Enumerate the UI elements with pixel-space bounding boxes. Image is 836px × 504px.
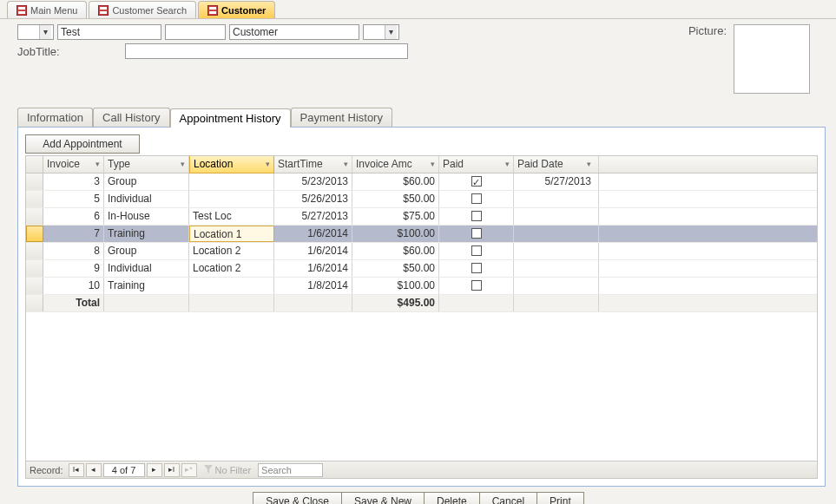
cell-paid[interactable] — [439, 208, 514, 225]
row-selector[interactable] — [26, 208, 43, 225]
cell-paid[interactable] — [439, 243, 514, 259]
table-row[interactable]: 6In-HouseTest Loc5/27/2013$75.00 — [26, 208, 817, 226]
table-row[interactable]: 7TrainingLocation 11/6/2014$100.00 — [26, 226, 817, 243]
middle-name-input[interactable] — [165, 24, 226, 40]
row-selector[interactable] — [26, 226, 43, 242]
checkbox-icon[interactable] — [471, 228, 482, 239]
col-header-type[interactable]: Type▾ — [104, 156, 189, 173]
nav-last-button[interactable]: ▸I — [164, 463, 180, 477]
save-new-button[interactable]: Save & New — [341, 492, 425, 504]
cell-invoice[interactable]: 7 — [43, 226, 104, 242]
cell-location[interactable]: Location 2 — [189, 260, 274, 277]
tab-information[interactable]: Information — [17, 108, 93, 127]
cancel-button[interactable]: Cancel — [479, 492, 537, 504]
checkbox-icon[interactable] — [471, 176, 482, 187]
title-prefix-combo[interactable] — [17, 24, 54, 40]
cell-paid[interactable] — [439, 191, 514, 207]
cell-starttime[interactable]: 1/6/2014 — [274, 260, 352, 277]
cell-amount[interactable]: $50.00 — [352, 191, 439, 207]
cell-type[interactable]: Training — [104, 226, 189, 242]
row-selector[interactable] — [26, 260, 43, 277]
table-row[interactable]: 9IndividualLocation 21/6/2014$50.00 — [26, 260, 817, 278]
window-tab-main-menu[interactable]: Main Menu — [7, 1, 87, 18]
cell-starttime[interactable]: 1/8/2014 — [274, 278, 352, 294]
picture-box[interactable] — [734, 24, 810, 94]
grid-search-input[interactable]: Search — [258, 463, 323, 477]
tab-call-history[interactable]: Call History — [93, 108, 169, 127]
table-row[interactable]: 8GroupLocation 21/6/2014$60.00 — [26, 243, 817, 260]
jobtitle-input[interactable] — [125, 43, 408, 59]
cell-type[interactable]: Group — [104, 243, 189, 259]
cell-type[interactable]: Individual — [104, 191, 189, 207]
no-filter-indicator[interactable]: No Filter — [204, 465, 252, 475]
cell-paid[interactable] — [439, 173, 514, 190]
cell-paid[interactable] — [439, 260, 514, 277]
checkbox-icon[interactable] — [471, 280, 482, 291]
cell-amount[interactable]: $100.00 — [352, 278, 439, 294]
cell-amount[interactable]: $50.00 — [352, 260, 439, 277]
cell-amount[interactable]: $100.00 — [352, 226, 439, 242]
cell-paid-date[interactable] — [514, 260, 599, 277]
print-button[interactable]: Print — [536, 492, 584, 504]
cell-location[interactable]: Test Loc — [189, 208, 274, 225]
cell-amount[interactable]: $60.00 — [352, 173, 439, 190]
cell-paid-date[interactable] — [514, 208, 599, 225]
table-row[interactable]: 5Individual5/26/2013$50.00 — [26, 191, 817, 208]
row-selector[interactable] — [26, 243, 43, 259]
cell-paid-date[interactable] — [514, 278, 599, 294]
cell-type[interactable]: Training — [104, 278, 189, 294]
cell-location[interactable] — [189, 278, 274, 294]
cell-starttime[interactable]: 5/23/2013 — [274, 173, 352, 190]
cell-type[interactable]: Group — [104, 173, 189, 190]
cell-starttime[interactable]: 5/27/2013 — [274, 208, 352, 225]
cell-paid-date[interactable] — [514, 226, 599, 242]
table-row[interactable]: 3Group5/23/2013$60.005/27/2013 — [26, 173, 817, 191]
col-header-invoice-amt[interactable]: Invoice Amc▾ — [352, 156, 439, 173]
cell-type[interactable]: Individual — [104, 260, 189, 277]
checkbox-icon[interactable] — [471, 263, 482, 273]
tab-appointment-history[interactable]: Appointment History — [170, 108, 291, 128]
cell-paid[interactable] — [439, 226, 514, 242]
cell-invoice[interactable]: 5 — [43, 191, 104, 207]
col-header-invoice[interactable]: Invoice▾ — [43, 156, 104, 173]
cell-invoice[interactable]: 3 — [43, 173, 104, 190]
cell-amount[interactable]: $60.00 — [352, 243, 439, 259]
window-tab-customer-search[interactable]: Customer Search — [89, 1, 196, 18]
cell-starttime[interactable]: 5/26/2013 — [274, 191, 352, 207]
row-selector[interactable] — [26, 278, 43, 294]
select-all-corner[interactable] — [26, 156, 43, 173]
cell-invoice[interactable]: 10 — [43, 278, 104, 294]
col-header-paid[interactable]: Paid▾ — [439, 156, 514, 173]
last-name-input[interactable]: Customer — [229, 24, 359, 40]
record-position[interactable]: 4 of 7 — [103, 463, 145, 477]
first-name-input[interactable]: Test — [57, 24, 161, 40]
cell-amount[interactable]: $75.00 — [352, 208, 439, 225]
cell-paid[interactable] — [439, 278, 514, 294]
cell-paid-date[interactable]: 5/27/2013 — [514, 173, 599, 190]
window-tab-customer[interactable]: Customer — [198, 1, 275, 18]
cell-invoice[interactable]: 9 — [43, 260, 104, 277]
nav-first-button[interactable]: I◂ — [69, 463, 84, 477]
cell-paid-date[interactable] — [514, 243, 599, 259]
nav-next-button[interactable]: ▸ — [147, 463, 162, 477]
table-row[interactable]: 10Training1/8/2014$100.00 — [26, 278, 817, 295]
cell-location[interactable] — [189, 191, 274, 207]
cell-invoice[interactable]: 6 — [43, 208, 104, 225]
nav-prev-button[interactable]: ◂ — [86, 463, 102, 477]
row-selector[interactable] — [26, 173, 43, 190]
checkbox-icon[interactable] — [471, 193, 482, 204]
cell-location[interactable]: Location 1 — [189, 226, 274, 242]
cell-invoice[interactable]: 8 — [43, 243, 104, 259]
suffix-combo[interactable] — [363, 24, 399, 40]
checkbox-icon[interactable] — [471, 245, 482, 256]
cell-location[interactable] — [189, 173, 274, 190]
nav-new-button[interactable]: ▸* — [181, 463, 197, 477]
tab-payment-history[interactable]: Payment History — [291, 108, 392, 127]
save-close-button[interactable]: Save & Close — [253, 492, 342, 504]
delete-button[interactable]: Delete — [424, 492, 480, 504]
cell-paid-date[interactable] — [514, 191, 599, 207]
col-header-starttime[interactable]: StartTime▾ — [274, 156, 352, 173]
cell-starttime[interactable]: 1/6/2014 — [274, 243, 352, 259]
cell-location[interactable]: Location 2 — [189, 243, 274, 259]
col-header-location[interactable]: Location▾ — [189, 155, 274, 173]
